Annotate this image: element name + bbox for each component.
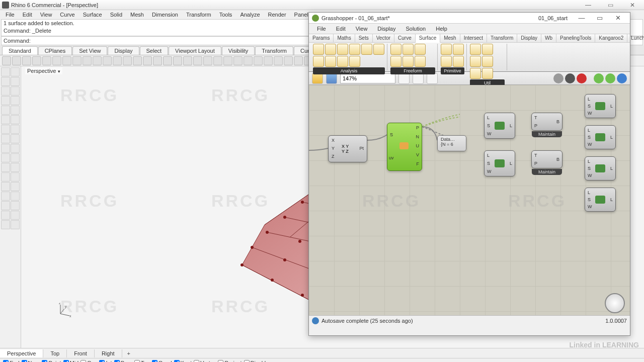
ctab-mesh[interactable]: Mesh	[440, 34, 460, 42]
tool-zoomtarget[interactable]	[153, 56, 162, 65]
ricon-analysis-1[interactable]	[313, 44, 324, 55]
tool-text[interactable]	[11, 220, 20, 229]
ctab-transform[interactable]: Transform	[487, 34, 517, 42]
maximize-button[interactable]: ▭	[603, 2, 618, 9]
menu-dimension[interactable]: Dimension	[148, 12, 182, 18]
component-sort-4[interactable]: L S W L	[585, 188, 616, 212]
vtab-right[interactable]: Right	[95, 349, 122, 357]
ricon-util-5[interactable]	[470, 68, 481, 79]
gh-menu-solution[interactable]: Solution	[400, 26, 431, 32]
osnap-end[interactable]: End	[3, 360, 20, 363]
gh-menu-display[interactable]: Display	[372, 26, 400, 32]
tool-dim[interactable]	[1, 220, 10, 229]
ribbon-label-primitive[interactable]: Primitive	[441, 67, 464, 74]
component-construct-point[interactable]: X Y Z Pt X YY Z	[328, 135, 367, 162]
tool-curve-interp[interactable]	[11, 106, 20, 115]
tool-undo[interactable]	[72, 56, 82, 65]
tool-copy2[interactable]	[11, 192, 20, 201]
ricon-freeform-2[interactable]	[403, 44, 414, 55]
tool-arc[interactable]	[11, 86, 20, 96]
gh-minimize-button[interactable]: —	[573, 13, 591, 24]
ricon-analysis-8[interactable]	[325, 56, 336, 67]
ricon-util-1[interactable]	[470, 44, 481, 55]
component-evaluate-surface[interactable]: S uv P N U V F	[387, 123, 422, 171]
osnap-vertex[interactable]: Vertex	[194, 360, 216, 363]
tool-paste[interactable]	[62, 56, 71, 65]
tool-copy[interactable]	[52, 56, 61, 65]
ricon-analysis-4[interactable]	[349, 44, 360, 55]
menu-analyze[interactable]: Analyze	[236, 12, 263, 18]
tool-save[interactable]	[22, 56, 31, 65]
gh-menu-file[interactable]: File	[312, 26, 331, 32]
ctab-vector[interactable]: Vector	[373, 34, 394, 42]
tool-options[interactable]	[264, 56, 273, 65]
tool-sphere[interactable]	[1, 115, 10, 124]
tool-setview[interactable]	[163, 56, 172, 65]
ricon-analysis-3[interactable]	[337, 44, 348, 55]
tool-sweep[interactable]	[11, 153, 20, 162]
tool-show[interactable]	[223, 56, 232, 65]
tab-cplanes[interactable]: CPlanes	[38, 46, 72, 55]
gh-wireframe-preview[interactable]	[553, 73, 564, 83]
tab-visibility[interactable]: Visibility	[222, 46, 255, 55]
tool-lock[interactable]	[233, 56, 243, 65]
menu-transform[interactable]: Transform	[183, 12, 215, 18]
tool-explode[interactable]	[1, 182, 10, 191]
tool-extrude[interactable]	[1, 144, 10, 153]
ricon-primitive-1[interactable]	[441, 44, 452, 55]
tool-cylinder[interactable]	[1, 125, 10, 134]
gh-preview-mesh[interactable]	[605, 73, 615, 83]
menu-file[interactable]: File	[2, 12, 18, 18]
tool-help[interactable]	[274, 56, 283, 65]
gh-canvas[interactable]: X Y Z Pt X YY Z S uv P N U V F Data… {N …	[309, 85, 630, 325]
gh-compass[interactable]	[605, 293, 625, 313]
tool-scale[interactable]	[11, 201, 20, 210]
gh-shaded-preview[interactable]	[565, 73, 575, 83]
osnap-near[interactable]: Near	[22, 360, 40, 363]
tool-mesh[interactable]	[1, 134, 10, 143]
osnap-cen[interactable]: Cen	[80, 360, 97, 363]
tool-revolve[interactable]	[11, 144, 20, 153]
tool-rotate[interactable]	[103, 56, 112, 65]
tool-box[interactable]	[11, 115, 20, 124]
tool-layers[interactable]	[193, 56, 202, 65]
tab-setview[interactable]: Set View	[72, 46, 107, 55]
gh-menu-view[interactable]: View	[351, 26, 373, 32]
vtab-add[interactable]: +	[122, 349, 135, 357]
component-sort-3[interactable]: L S W L	[585, 156, 616, 180]
tool-misc2[interactable]	[294, 56, 303, 65]
tool-mirror[interactable]	[1, 211, 10, 220]
ctab-surface[interactable]: Surface	[416, 34, 440, 43]
ricon-util-6[interactable]	[482, 68, 493, 79]
osnap-quad[interactable]: Quad	[152, 360, 172, 363]
ricon-freeform-6[interactable]	[415, 56, 426, 67]
tool-curve-control[interactable]	[1, 106, 10, 115]
osnap-knot[interactable]: Knot	[174, 360, 192, 363]
tool-move[interactable]	[1, 192, 10, 201]
osnap-perp[interactable]: Perp	[114, 360, 132, 363]
menu-render[interactable]: Render	[265, 12, 290, 18]
tool-properties[interactable]	[203, 56, 212, 65]
vtab-top[interactable]: Top	[43, 349, 67, 357]
tool-loft[interactable]	[1, 153, 10, 162]
tool-pan[interactable]	[93, 56, 102, 65]
tool-zoomselected[interactable]	[143, 56, 152, 65]
tab-transform[interactable]: Transform	[255, 46, 293, 55]
tool-pointer[interactable]	[1, 67, 10, 76]
ricon-freeform-5[interactable]	[403, 56, 414, 67]
ctab-panelingtools[interactable]: PanelingTools	[556, 34, 595, 42]
ricon-analysis-10[interactable]	[349, 56, 360, 67]
tool-array[interactable]	[11, 211, 20, 220]
osnap-point[interactable]: Point	[42, 360, 61, 363]
ctab-display[interactable]: Display	[517, 34, 541, 42]
tool-cone[interactable]	[11, 125, 20, 134]
gh-zoom-box[interactable]: 147%	[340, 73, 395, 83]
tool-split[interactable]	[1, 172, 10, 182]
minimize-button[interactable]: —	[581, 2, 596, 9]
tool-join[interactable]	[11, 172, 20, 182]
tab-display[interactable]: Display	[108, 46, 139, 55]
component-maintain-1[interactable]: T P B Maintain	[531, 113, 562, 131]
tool-grasshopper[interactable]	[254, 56, 263, 65]
tool-circle[interactable]	[1, 86, 10, 96]
ctab-wb[interactable]: Wb	[541, 34, 556, 42]
